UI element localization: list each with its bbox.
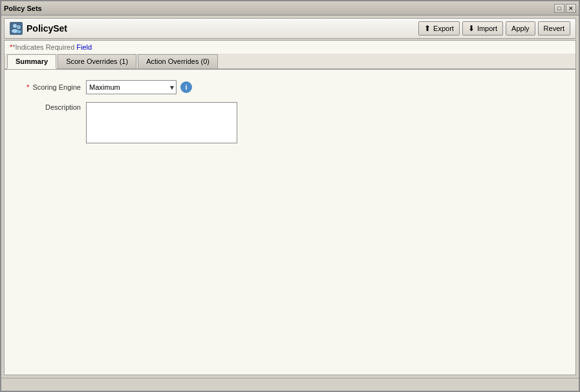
required-text: *Indicates Required: [12, 43, 76, 51]
svg-point-0: [13, 24, 17, 28]
revert-button[interactable]: Revert: [538, 21, 570, 36]
info-letter: i: [185, 83, 187, 91]
status-bar: [1, 378, 579, 391]
import-label: Import: [477, 25, 497, 32]
export-icon: ⬆: [424, 24, 431, 33]
apply-label: Apply: [511, 25, 530, 32]
revert-label: Revert: [544, 25, 564, 32]
tab-action-overrides[interactable]: Action Overrides (0): [138, 54, 218, 69]
main-window: Policy Sets □ ✕ Pol: [0, 0, 580, 392]
header-buttons: ⬆ Export ⬇ Import Apply Revert: [418, 21, 570, 36]
scoring-engine-select[interactable]: Maximum Minimum Average First Match: [86, 80, 177, 94]
export-button[interactable]: ⬆ Export: [418, 21, 460, 36]
tab-action-overrides-label: Action Overrides (0): [146, 57, 209, 65]
import-icon: ⬇: [468, 24, 475, 33]
scoring-engine-row: * Scoring Engine Maximum Minimum Average…: [15, 80, 565, 94]
title-bar-buttons: □ ✕: [554, 4, 576, 13]
description-textarea[interactable]: [86, 102, 237, 143]
restore-button[interactable]: □: [554, 4, 564, 13]
scoring-engine-info-icon[interactable]: i: [180, 81, 192, 93]
required-notice: **Indicates Required Field: [5, 41, 575, 54]
window-title: Policy Sets: [4, 5, 42, 12]
required-field-text: Field: [76, 43, 92, 51]
description-row: Description: [15, 102, 565, 143]
scoring-engine-select-wrapper: Maximum Minimum Average First Match ▼: [86, 80, 177, 94]
scoring-engine-container: Maximum Minimum Average First Match ▼ i: [86, 80, 192, 94]
scoring-engine-label: * Scoring Engine: [15, 83, 86, 91]
scoring-engine-label-text: Scoring Engine: [30, 83, 81, 91]
tab-summary[interactable]: Summary: [7, 54, 56, 69]
close-button[interactable]: ✕: [566, 4, 576, 13]
policy-set-title: PolicySet: [10, 22, 67, 35]
description-label: Description: [15, 102, 86, 111]
main-content: PolicySet ⬆ Export ⬇ Import Apply Revert: [1, 15, 579, 378]
tab-summary-label: Summary: [16, 57, 48, 65]
scoring-engine-required-star: *: [27, 83, 29, 91]
close-icon: ✕: [568, 5, 574, 12]
policy-icon: [10, 22, 23, 35]
svg-point-3: [17, 30, 21, 33]
tab-score-overrides-label: Score Overrides (1): [66, 57, 128, 65]
description-label-text: Description: [45, 103, 81, 111]
form-panel: **Indicates Required Field Summary Score…: [4, 40, 576, 375]
title-bar: Policy Sets □ ✕: [1, 1, 579, 15]
svg-point-2: [17, 26, 21, 29]
import-button[interactable]: ⬇ Import: [462, 21, 503, 36]
restore-icon: □: [557, 5, 561, 12]
header-area: PolicySet ⬆ Export ⬇ Import Apply Revert: [4, 18, 576, 39]
apply-button[interactable]: Apply: [506, 21, 535, 36]
tab-content-summary: * Scoring Engine Maximum Minimum Average…: [5, 70, 575, 375]
policy-set-name: PolicySet: [27, 23, 67, 34]
tab-score-overrides[interactable]: Score Overrides (1): [58, 54, 136, 69]
tabs-bar: Summary Score Overrides (1) Action Overr…: [5, 54, 575, 70]
export-label: Export: [433, 25, 454, 32]
